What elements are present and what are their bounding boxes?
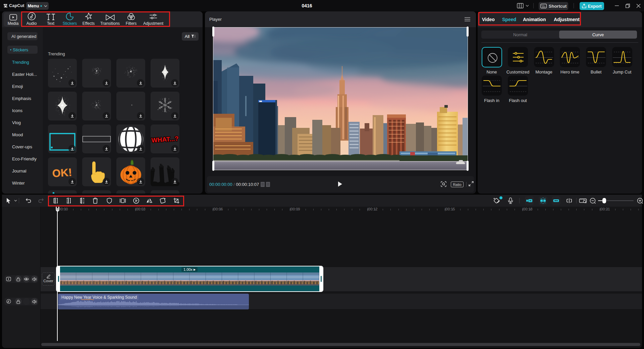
svg-text:WHAT...?: WHAT...? <box>151 135 179 144</box>
svg-text:OK!: OK! <box>52 166 72 180</box>
